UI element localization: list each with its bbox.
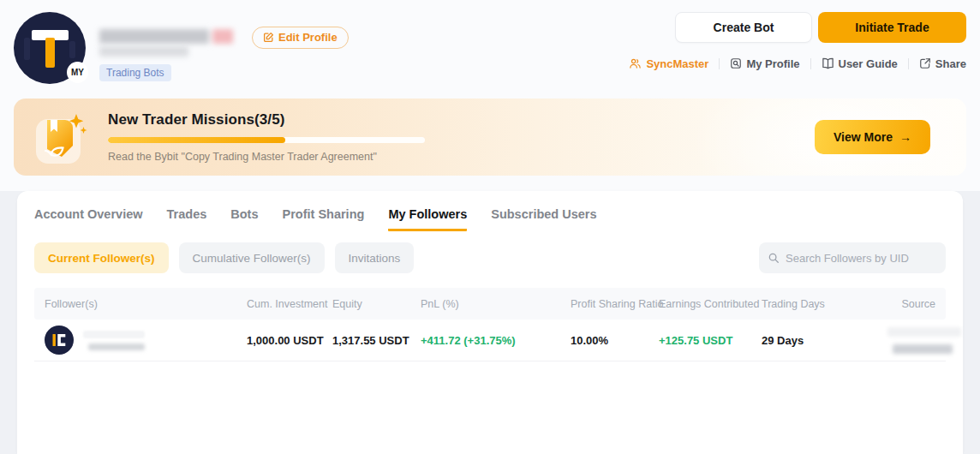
- followers-card: Account Overview Trades Bots Profit Shar…: [17, 191, 963, 454]
- column-header-source: Source: [877, 298, 946, 310]
- missions-subtitle: Read the Bybit "Copy Trading Master Trad…: [108, 151, 815, 163]
- user-guide-link[interactable]: User Guide: [822, 57, 898, 70]
- cell-trading-days: 29 Days: [751, 334, 877, 347]
- cell-equity: 1,317.55 USDT: [322, 334, 410, 347]
- page-header-section: MY Trading Bots Edit Profile Create Bot …: [0, 0, 980, 191]
- trader-avatar[interactable]: MY: [14, 12, 86, 84]
- followers-table: Follower(s) Cum. Investment Equity PnL (…: [34, 288, 946, 361]
- avatar-decor: [24, 38, 30, 60]
- share-icon: [919, 57, 931, 69]
- tab-account-overview[interactable]: Account Overview: [34, 207, 143, 231]
- trader-profile-block: MY Trading Bots Edit Profile: [14, 12, 349, 84]
- cell-pnl: +411.72 (+31.75%): [410, 334, 560, 347]
- search-followers-input[interactable]: [786, 252, 937, 265]
- redacted-follower-name: [83, 331, 145, 350]
- quick-links-row: SyncMaster My Profile User Guide Share: [629, 56, 966, 71]
- tabs-row: Account Overview Trades Bots Profit Shar…: [34, 191, 946, 231]
- edit-profile-label: Edit Profile: [278, 31, 338, 44]
- divider: [908, 58, 909, 69]
- tab-subscribed-users[interactable]: Subscribed Users: [491, 207, 596, 231]
- avatar-my-badge: MY: [67, 62, 88, 83]
- avatar-logo-t-icon: [45, 38, 55, 68]
- share-link[interactable]: Share: [919, 57, 966, 70]
- create-bot-button[interactable]: Create Bot: [675, 12, 812, 43]
- search-followers-box[interactable]: [759, 242, 946, 273]
- trading-bots-badge: Trading Bots: [99, 64, 171, 81]
- search-icon: [768, 252, 780, 264]
- column-header-earnings-contributed: Earnings Contributed: [648, 298, 751, 310]
- column-header-profit-sharing-ratio: Profit Sharing Ratio: [560, 298, 648, 310]
- view-more-button[interactable]: View More →: [815, 120, 930, 154]
- redacted-trader-subtext: [99, 46, 188, 57]
- column-header-pnl: PnL (%): [410, 298, 560, 310]
- edit-profile-button[interactable]: Edit Profile: [252, 27, 349, 49]
- missions-title: New Trader Missions(3/5): [108, 111, 815, 128]
- redacted-trader-name: [99, 29, 233, 44]
- missions-progress-bar: [108, 137, 425, 143]
- redacted-source: [887, 327, 961, 354]
- divider: [810, 58, 811, 69]
- follower-cell[interactable]: [45, 326, 226, 355]
- syncmaster-link[interactable]: SyncMaster: [629, 57, 708, 70]
- avatar-decor: [69, 41, 75, 58]
- pill-invitations[interactable]: Invitations: [335, 242, 415, 273]
- my-profile-link[interactable]: My Profile: [730, 57, 799, 70]
- book-icon: [822, 57, 834, 69]
- arrow-right-icon: →: [899, 130, 911, 144]
- initiate-trade-button[interactable]: Initiate Trade: [818, 12, 966, 43]
- cell-profit-sharing-ratio: 10.00%: [560, 334, 648, 347]
- column-header-trading-days: Trading Days: [751, 298, 877, 310]
- missions-progress-fill: [108, 137, 285, 143]
- column-header-equity: Equity: [322, 298, 410, 310]
- cell-earnings-contributed: +125.75 USDT: [648, 334, 751, 347]
- tab-profit-sharing[interactable]: Profit Sharing: [283, 207, 365, 231]
- column-header-followers: Follower(s): [34, 298, 236, 310]
- pill-cumulative-followers[interactable]: Cumulative Follower(s): [179, 242, 325, 273]
- table-row: 1,000.00 USDT 1,317.55 USDT +411.72 (+31…: [34, 320, 946, 361]
- column-header-cum-investment: Cum. Investment: [236, 298, 322, 310]
- tab-trades[interactable]: Trades: [167, 207, 207, 231]
- tab-my-followers[interactable]: My Followers: [388, 207, 467, 231]
- edit-pencil-icon: [263, 32, 274, 43]
- profile-preview-icon: [730, 57, 742, 69]
- people-icon: [629, 57, 642, 69]
- trader-missions-banner: New Trader Missions(3/5) Read the Bybit …: [14, 99, 966, 176]
- follower-filter-pills: Current Follower(s) Cumulative Follower(…: [34, 242, 414, 273]
- table-header-row: Follower(s) Cum. Investment Equity PnL (…: [34, 288, 946, 320]
- follower-avatar: [45, 326, 74, 355]
- missions-book-icon: [33, 109, 89, 165]
- pill-current-followers[interactable]: Current Follower(s): [34, 242, 169, 273]
- tab-bots[interactable]: Bots: [230, 207, 258, 231]
- divider: [719, 58, 720, 69]
- cell-cum-investment: 1,000.00 USDT: [236, 334, 322, 347]
